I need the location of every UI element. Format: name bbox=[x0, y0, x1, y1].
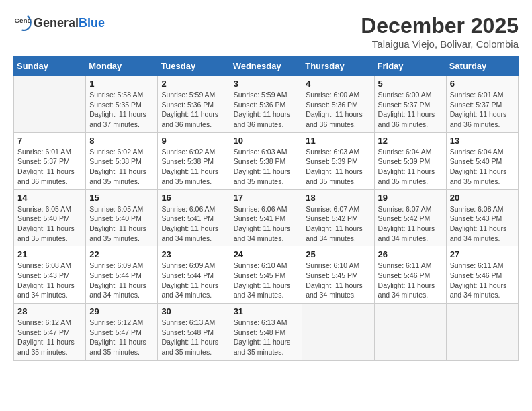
day-number: 29 bbox=[89, 306, 154, 316]
calendar-cell: 1 Sunrise: 5:58 AMSunset: 5:35 PMDayligh… bbox=[86, 76, 158, 133]
day-number: 6 bbox=[450, 79, 515, 89]
day-detail: Sunrise: 6:07 AMSunset: 5:42 PMDaylight:… bbox=[306, 205, 363, 242]
day-number: 5 bbox=[378, 79, 443, 89]
day-detail: Sunrise: 5:58 AMSunset: 5:35 PMDaylight:… bbox=[89, 91, 146, 128]
day-detail: Sunrise: 5:59 AMSunset: 5:36 PMDaylight:… bbox=[161, 91, 218, 128]
calendar-cell: 27 Sunrise: 6:11 AMSunset: 5:46 PMDaylig… bbox=[446, 246, 518, 304]
calendar-week-row: 21 Sunrise: 6:08 AMSunset: 5:43 PMDaylig… bbox=[14, 246, 519, 304]
day-number: 25 bbox=[306, 249, 370, 259]
day-number: 10 bbox=[234, 136, 299, 146]
logo: General GeneralBlue bbox=[13, 13, 105, 32]
day-number: 16 bbox=[161, 193, 226, 203]
calendar-cell: 28 Sunrise: 6:12 AMSunset: 5:47 PMDaylig… bbox=[14, 304, 86, 361]
day-detail: Sunrise: 6:00 AMSunset: 5:36 PMDaylight:… bbox=[306, 91, 363, 128]
calendar-cell bbox=[446, 304, 518, 361]
day-detail: Sunrise: 6:09 AMSunset: 5:44 PMDaylight:… bbox=[161, 261, 218, 299]
day-detail: Sunrise: 6:05 AMSunset: 5:40 PMDaylight:… bbox=[17, 205, 75, 242]
day-detail: Sunrise: 6:12 AMSunset: 5:47 PMDaylight:… bbox=[89, 318, 146, 356]
column-header-monday: Monday bbox=[86, 57, 158, 76]
day-number: 17 bbox=[234, 193, 299, 203]
column-header-tuesday: Tuesday bbox=[158, 57, 230, 76]
calendar-cell bbox=[374, 304, 446, 361]
calendar-cell: 8 Sunrise: 6:02 AMSunset: 5:38 PMDayligh… bbox=[86, 132, 158, 189]
column-header-friday: Friday bbox=[374, 57, 446, 76]
calendar-cell: 2 Sunrise: 5:59 AMSunset: 5:36 PMDayligh… bbox=[158, 76, 230, 133]
calendar-cell bbox=[14, 76, 86, 133]
calendar-header-row: SundayMondayTuesdayWednesdayThursdayFrid… bbox=[14, 57, 519, 76]
calendar-cell: 20 Sunrise: 6:08 AMSunset: 5:43 PMDaylig… bbox=[446, 189, 518, 246]
day-number: 24 bbox=[234, 249, 299, 259]
column-header-thursday: Thursday bbox=[302, 57, 374, 76]
calendar-cell: 3 Sunrise: 5:59 AMSunset: 5:36 PMDayligh… bbox=[230, 76, 302, 133]
calendar-cell: 24 Sunrise: 6:10 AMSunset: 5:45 PMDaylig… bbox=[230, 246, 302, 304]
calendar-cell: 22 Sunrise: 6:09 AMSunset: 5:44 PMDaylig… bbox=[86, 246, 158, 304]
day-number: 21 bbox=[17, 249, 82, 259]
calendar-cell: 23 Sunrise: 6:09 AMSunset: 5:44 PMDaylig… bbox=[158, 246, 230, 304]
day-detail: Sunrise: 6:10 AMSunset: 5:45 PMDaylight:… bbox=[234, 261, 291, 299]
calendar-cell: 30 Sunrise: 6:13 AMSunset: 5:48 PMDaylig… bbox=[158, 304, 230, 361]
day-detail: Sunrise: 6:04 AMSunset: 5:40 PMDaylight:… bbox=[450, 148, 507, 185]
day-detail: Sunrise: 6:06 AMSunset: 5:41 PMDaylight:… bbox=[234, 205, 291, 242]
calendar-week-row: 1 Sunrise: 5:58 AMSunset: 5:35 PMDayligh… bbox=[14, 76, 519, 133]
title-area: December 2025 Talaigua Viejo, Bolivar, C… bbox=[361, 13, 519, 50]
day-detail: Sunrise: 6:08 AMSunset: 5:43 PMDaylight:… bbox=[17, 261, 75, 299]
day-detail: Sunrise: 6:00 AMSunset: 5:37 PMDaylight:… bbox=[378, 91, 435, 128]
calendar-cell: 26 Sunrise: 6:11 AMSunset: 5:46 PMDaylig… bbox=[374, 246, 446, 304]
calendar-cell: 21 Sunrise: 6:08 AMSunset: 5:43 PMDaylig… bbox=[14, 246, 86, 304]
day-detail: Sunrise: 6:13 AMSunset: 5:48 PMDaylight:… bbox=[234, 318, 291, 356]
calendar-cell: 11 Sunrise: 6:03 AMSunset: 5:39 PMDaylig… bbox=[302, 132, 374, 189]
day-number: 3 bbox=[234, 79, 299, 89]
column-header-saturday: Saturday bbox=[446, 57, 518, 76]
day-number: 30 bbox=[161, 306, 226, 316]
day-detail: Sunrise: 6:01 AMSunset: 5:37 PMDaylight:… bbox=[450, 91, 507, 128]
calendar-cell: 7 Sunrise: 6:01 AMSunset: 5:37 PMDayligh… bbox=[14, 132, 86, 189]
day-detail: Sunrise: 6:02 AMSunset: 5:38 PMDaylight:… bbox=[89, 148, 146, 185]
day-number: 31 bbox=[234, 306, 299, 316]
day-detail: Sunrise: 5:59 AMSunset: 5:36 PMDaylight:… bbox=[234, 91, 291, 128]
calendar-cell: 9 Sunrise: 6:02 AMSunset: 5:38 PMDayligh… bbox=[158, 132, 230, 189]
day-detail: Sunrise: 6:04 AMSunset: 5:39 PMDaylight:… bbox=[378, 148, 435, 185]
day-detail: Sunrise: 6:09 AMSunset: 5:44 PMDaylight:… bbox=[89, 261, 146, 299]
calendar-cell: 6 Sunrise: 6:01 AMSunset: 5:37 PMDayligh… bbox=[446, 76, 518, 133]
day-number: 7 bbox=[17, 136, 82, 146]
day-detail: Sunrise: 6:06 AMSunset: 5:41 PMDaylight:… bbox=[161, 205, 218, 242]
day-number: 13 bbox=[450, 136, 515, 146]
day-number: 11 bbox=[306, 136, 370, 146]
day-number: 1 bbox=[89, 79, 154, 89]
day-number: 4 bbox=[306, 79, 370, 89]
day-number: 27 bbox=[450, 249, 515, 259]
day-detail: Sunrise: 6:08 AMSunset: 5:43 PMDaylight:… bbox=[450, 205, 507, 242]
calendar-cell: 14 Sunrise: 6:05 AMSunset: 5:40 PMDaylig… bbox=[14, 189, 86, 246]
day-number: 18 bbox=[306, 193, 370, 203]
calendar-cell bbox=[302, 304, 374, 361]
calendar-cell: 29 Sunrise: 6:12 AMSunset: 5:47 PMDaylig… bbox=[86, 304, 158, 361]
calendar-cell: 5 Sunrise: 6:00 AMSunset: 5:37 PMDayligh… bbox=[374, 76, 446, 133]
day-detail: Sunrise: 6:03 AMSunset: 5:39 PMDaylight:… bbox=[306, 148, 363, 185]
calendar-cell: 15 Sunrise: 6:05 AMSunset: 5:40 PMDaylig… bbox=[86, 189, 158, 246]
day-number: 23 bbox=[161, 249, 226, 259]
calendar-cell: 10 Sunrise: 6:03 AMSunset: 5:38 PMDaylig… bbox=[230, 132, 302, 189]
logo-icon: General bbox=[13, 13, 32, 32]
day-detail: Sunrise: 6:07 AMSunset: 5:42 PMDaylight:… bbox=[378, 205, 435, 242]
calendar-cell: 18 Sunrise: 6:07 AMSunset: 5:42 PMDaylig… bbox=[302, 189, 374, 246]
day-number: 8 bbox=[89, 136, 154, 146]
day-number: 28 bbox=[17, 306, 82, 316]
day-number: 2 bbox=[161, 79, 226, 89]
column-header-sunday: Sunday bbox=[14, 57, 86, 76]
calendar-cell: 16 Sunrise: 6:06 AMSunset: 5:41 PMDaylig… bbox=[158, 189, 230, 246]
day-detail: Sunrise: 6:11 AMSunset: 5:46 PMDaylight:… bbox=[450, 261, 507, 299]
day-number: 15 bbox=[89, 193, 154, 203]
calendar-week-row: 14 Sunrise: 6:05 AMSunset: 5:40 PMDaylig… bbox=[14, 189, 519, 246]
day-detail: Sunrise: 6:10 AMSunset: 5:45 PMDaylight:… bbox=[306, 261, 363, 299]
calendar-cell: 17 Sunrise: 6:06 AMSunset: 5:41 PMDaylig… bbox=[230, 189, 302, 246]
calendar-cell: 13 Sunrise: 6:04 AMSunset: 5:40 PMDaylig… bbox=[446, 132, 518, 189]
day-detail: Sunrise: 6:12 AMSunset: 5:47 PMDaylight:… bbox=[17, 318, 75, 356]
day-detail: Sunrise: 6:13 AMSunset: 5:48 PMDaylight:… bbox=[161, 318, 218, 356]
day-number: 12 bbox=[378, 136, 443, 146]
calendar-subtitle: Talaigua Viejo, Bolivar, Colombia bbox=[361, 38, 519, 50]
calendar-cell: 31 Sunrise: 6:13 AMSunset: 5:48 PMDaylig… bbox=[230, 304, 302, 361]
day-detail: Sunrise: 6:03 AMSunset: 5:38 PMDaylight:… bbox=[234, 148, 291, 185]
calendar-cell: 12 Sunrise: 6:04 AMSunset: 5:39 PMDaylig… bbox=[374, 132, 446, 189]
day-detail: Sunrise: 6:05 AMSunset: 5:40 PMDaylight:… bbox=[89, 205, 146, 242]
day-detail: Sunrise: 6:02 AMSunset: 5:38 PMDaylight:… bbox=[161, 148, 218, 185]
